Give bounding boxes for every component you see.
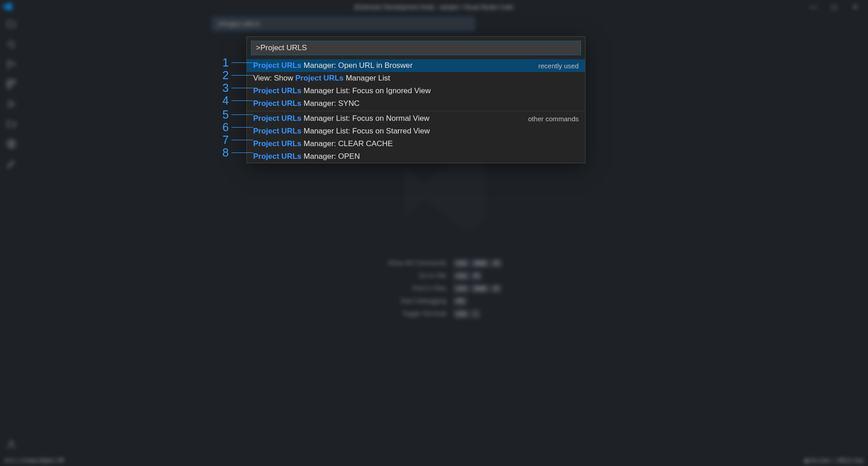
remote-icon[interactable] (5, 138, 18, 150)
svg-point-2 (8, 66, 9, 68)
svg-rect-4 (7, 80, 11, 84)
background-quick-input: >Project URLS (212, 17, 475, 31)
callout-3: 3 (218, 81, 253, 94)
callout-4: 4 (218, 94, 253, 107)
svg-point-0 (8, 41, 14, 47)
cmd-sync[interactable]: Project URLs Manager: SYNC (247, 97, 585, 110)
svg-point-8 (9, 441, 13, 444)
cmd-focus-normal-view[interactable]: Project URLs Manager List: Focus on Norm… (247, 112, 585, 125)
command-label: View: Show (253, 74, 295, 83)
cmd-open[interactable]: Project URLs Manager: OPEN (247, 150, 585, 163)
command-highlight: Project URLs (253, 114, 302, 123)
command-palette: Project URLs Manager: Open URL in Broswe… (246, 36, 585, 163)
watermark-cmd-keys: Ctrl` (453, 310, 503, 318)
command-label: Manager List: Focus on Ignored View (302, 86, 431, 95)
watermark-cmd-keys: CtrlP (453, 272, 503, 280)
search-icon[interactable] (5, 38, 18, 51)
callout-5: 5 (218, 108, 253, 121)
command-highlight: Project URLs (253, 86, 302, 95)
run-debug-icon[interactable] (5, 98, 18, 110)
callout-line-icon (231, 75, 253, 76)
callout-number: 2 (218, 69, 229, 82)
close-button[interactable]: ✕ (844, 1, 865, 13)
callout-line-icon (231, 88, 253, 88)
command-label: Manager: CLEAR CACHE (302, 139, 393, 148)
callout-line-icon (231, 62, 253, 63)
svg-rect-6 (7, 85, 11, 88)
watermark-cmd-keys: CtrlShiftF (453, 285, 503, 293)
folder-icon[interactable] (5, 118, 18, 130)
callout-line-icon (231, 152, 253, 153)
callout-7: 7 (218, 133, 253, 146)
command-label: Manager List: Focus on Normal View (302, 114, 429, 123)
watermark-command-list: Show All CommandsCtrlShiftPGo to FileCtr… (388, 259, 503, 318)
callout-number: 4 (218, 94, 229, 107)
callout-number: 6 (218, 121, 229, 134)
callout-number: 3 (218, 81, 229, 95)
watermark-cmd-label: Find in Files (388, 285, 446, 293)
command-palette-results: Project URLs Manager: Open URL in Broswe… (247, 59, 585, 163)
callout-line-icon (231, 127, 253, 128)
callout-line-icon (231, 100, 253, 101)
watermark-cmd-label: Show All Commands (388, 259, 446, 267)
maximize-button[interactable]: ▢ (824, 1, 844, 13)
callout-6: 6 (218, 121, 253, 133)
command-hint: recently used (538, 62, 579, 70)
activity-bar (0, 14, 23, 455)
annotation-callouts: 12345678 (218, 56, 253, 159)
command-highlight: Project URLs (253, 61, 302, 70)
status-problems[interactable]: ⊘ 0 ⚠ 0 Auto Attach: Off (5, 457, 64, 464)
watermark-cmd-label: Go to File (388, 272, 446, 280)
window-title: [Extension Development Host] - sample • … (355, 4, 513, 10)
status-bar: ⊘ 0 ⚠ 0 Auto Attach: Off ◉ Go Live ✓ URL… (0, 455, 868, 466)
callout-number: 1 (218, 56, 229, 69)
svg-rect-5 (12, 80, 15, 84)
source-control-icon[interactable] (5, 58, 18, 71)
command-label: Manager: Open URL in Broswer (302, 61, 413, 70)
explorer-icon[interactable] (5, 18, 18, 31)
command-label: Manager List: Focus on Starred View (302, 127, 430, 136)
accounts-icon[interactable] (5, 438, 18, 451)
command-highlight: Project URLs (295, 74, 344, 83)
callout-2: 2 (218, 69, 253, 81)
command-palette-input[interactable] (251, 41, 581, 55)
cmd-show-manager-list[interactable]: View: Show Project URLs Manager List (247, 72, 585, 85)
cmd-open-url-in-browser[interactable]: Project URLs Manager: Open URL in Broswe… (247, 59, 585, 72)
minimize-button[interactable]: ── (803, 1, 824, 13)
callout-number: 7 (218, 133, 229, 147)
cmd-clear-cache[interactable]: Project URLs Manager: CLEAR CACHE (247, 138, 585, 150)
cmd-focus-starred-view[interactable]: Project URLs Manager List: Focus on Star… (247, 125, 585, 138)
watermark-cmd-label: Toggle Terminal (388, 310, 446, 318)
callout-8: 8 (218, 146, 253, 159)
status-right[interactable]: ◉ Go Live ✓ URLS: true (804, 457, 863, 464)
command-label: Manager: SYNC (302, 99, 360, 108)
callout-line-icon (231, 114, 253, 115)
svg-point-7 (7, 140, 15, 148)
cmd-focus-ignored-view[interactable]: Project URLs Manager List: Focus on Igno… (247, 85, 585, 97)
command-highlight: Project URLs (253, 152, 302, 161)
command-label: Manager: OPEN (302, 152, 360, 161)
watermark-cmd-keys: F5 (453, 297, 503, 305)
callout-line-icon (231, 140, 253, 140)
command-highlight: Project URLs (253, 139, 302, 148)
command-label: Manager List (344, 74, 390, 83)
watermark-cmd-keys: CtrlShiftP (453, 259, 503, 267)
command-hint: other commands (528, 115, 579, 123)
callout-number: 8 (218, 146, 229, 159)
svg-point-3 (13, 63, 15, 65)
edit-icon[interactable] (5, 157, 18, 170)
command-highlight: Project URLs (253, 127, 302, 136)
extensions-icon[interactable] (5, 78, 18, 90)
command-highlight: Project URLs (253, 99, 302, 108)
callout-1: 1 (218, 56, 253, 69)
watermark-cmd-label: Start Debugging (388, 297, 446, 305)
callout-number: 5 (218, 108, 229, 121)
vscode-logo-icon (4, 3, 12, 11)
title-bar: [Extension Development Host] - sample • … (0, 0, 868, 14)
svg-point-1 (8, 61, 9, 62)
